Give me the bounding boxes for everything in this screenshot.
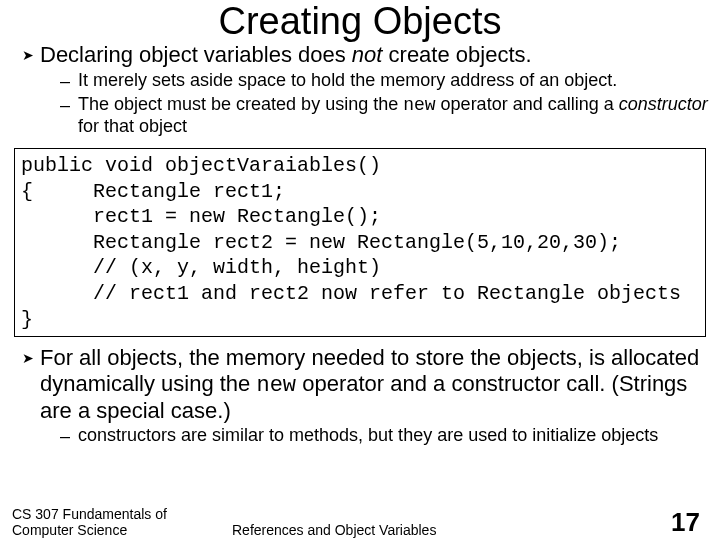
bullet-text: It merely sets aside space to hold the m… [78,70,617,92]
footer-course: CS 307 Fundamentals of Computer Science [12,506,212,538]
dash-icon: – [60,94,78,116]
arrow-icon: ➤ [22,345,40,371]
bullet-text: constructors are similar to methods, but… [78,425,658,447]
dash-icon: – [60,70,78,92]
bullet-space: – It merely sets aside space to hold the… [60,70,708,92]
bullet-constructors: – constructors are similar to methods, b… [60,425,708,447]
page-number: 17 [671,507,708,538]
bullet-new-operator: – The object must be created by using th… [60,94,708,138]
dash-icon: – [60,425,78,447]
code-example: public void objectVaraiables(){ Rectangl… [14,148,706,337]
bullet-all-objects: ➤ For all objects, the memory needed to … [22,345,708,423]
slide-title: Creating Objects [12,2,708,42]
bullet-declare: ➤ Declaring object variables does not cr… [22,42,708,68]
bullet-text: Declaring object variables does not crea… [40,42,532,67]
bullet-text: For all objects, the memory needed to st… [40,345,708,423]
bullet-text: The object must be created by using the … [78,94,708,138]
footer-topic: References and Object Variables [212,522,671,538]
arrow-icon: ➤ [22,42,40,68]
slide-footer: CS 307 Fundamentals of Computer Science … [12,506,708,538]
